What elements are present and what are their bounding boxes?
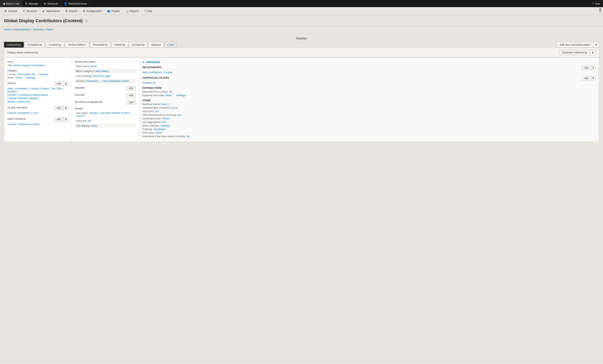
breadcrumb-views[interactable]: Views [46,28,53,31]
contextual-filters-add-dropdown[interactable]: ▼ [591,76,596,80]
format-value-link[interactable]: Unformatted list [17,73,35,76]
css-class-label: CSS class: [142,131,155,134]
field-link-0[interactable]: (field_contributors: Content) Content: T… [7,87,64,93]
nav-structure[interactable]: ☷ Structure [20,7,40,15]
nav-help[interactable]: ? Help [141,7,155,15]
footer-section-label: FOOTER [75,94,85,96]
breadcrumb: Home » Administration » Structure » View… [0,26,603,33]
edit-view-name-button[interactable]: Edit view name/description [557,42,593,48]
breadcrumb-structure[interactable]: Structure [33,28,43,31]
user-menu[interactable]: 👤 RomanticCircles [61,0,90,7]
tab-stacked[interactable]: Stacked [148,42,163,48]
field-link-1[interactable]: Content: Contributors:delta [hidden] [7,93,48,96]
sort-section-header: SORT CRITERIA Add ▼ [7,117,68,121]
add-display-button[interactable]: + Add [164,42,176,48]
use-aggregation-value[interactable]: No [163,121,166,123]
link-display-value[interactable]: None [91,124,97,127]
machine-name-value[interactable]: block_1 [161,103,170,106]
nav-extend[interactable]: ⚙ Extend [63,7,80,15]
use-pager-value[interactable]: Display a specified number of items [89,111,130,114]
admin-comment-value[interactable]: None [171,106,177,109]
breadcrumb-administration[interactable]: Administration [13,28,30,31]
duplicate-dropdown[interactable]: ▼ [590,50,596,55]
contextual-filters-add-button[interactable]: Add [581,76,591,80]
format-settings-link[interactable]: Settings [39,73,48,76]
css-class-row: CSS class: None [142,131,596,134]
block-category-value[interactable]: Lists (Views) [94,70,109,73]
access-value[interactable]: Permission [86,79,98,82]
back-to-site[interactable]: ◀ Back to site [0,0,22,7]
right-column: ▼ ADVANCED RELATIONSHIPS Add ▼ field_con… [139,57,599,142]
hide-attachments-value[interactable]: No [178,113,181,116]
admin-bar: ◀ Back to site ☰ Manage ★ Shortcuts 👤 Ro… [0,0,603,7]
breadcrumb-home[interactable]: Home [4,28,11,31]
sort-link-0[interactable]: Content: Authored on (desc) [7,123,40,126]
caching-row: Caching: Tag based [142,128,596,131]
shortcuts-menu[interactable]: ★ Shortcuts [41,0,61,7]
no-results-add-button[interactable]: Add [127,100,136,105]
manage-menu[interactable]: ☰ Manage [22,0,41,7]
breadcrumb-sep1: » [12,28,13,31]
footer-add-button[interactable]: Add [127,93,136,98]
show-settings-link[interactable]: Settings [26,76,35,79]
css-class-value[interactable]: None [156,131,162,134]
fields-add-dropdown[interactable]: ▼ [64,81,68,86]
allow-settings-value[interactable]: Items per page [93,75,111,77]
show-fields-link[interactable]: Fields [15,76,22,79]
nav-people[interactable]: 👥 People [104,7,122,15]
tab-reviewed-by[interactable]: Reviewed by [90,42,111,48]
sort-section-label: SORT CRITERIA [7,118,26,120]
hide-block-value[interactable]: No [186,135,190,138]
sort-add-dropdown[interactable]: ▼ [64,117,68,121]
nav-reports[interactable]: 📊 Reports [122,7,141,15]
tab-compiled-by[interactable]: Compiled by [25,42,45,48]
people-icon: 👥 [107,10,110,12]
header-add-button[interactable]: Add [127,86,136,90]
relationships-add-dropdown[interactable]: ▼ [591,66,596,70]
title-label: Title: [7,64,13,67]
edit-view-dropdown[interactable]: ▼ [593,42,599,48]
field-link-3[interactable]: Global: Custom text [7,100,30,103]
relationships-value-link[interactable]: field_contributors: Content [142,71,173,74]
exposed-form-style-settings-link[interactable]: Settings [176,94,186,97]
other-label: OTHER [142,99,596,102]
use-ajax-value[interactable]: No [155,110,159,113]
use-pager-row: Use pager: Display a specified number of… [75,111,136,118]
favorite-icon[interactable]: ☆ [85,19,88,23]
query-settings-value[interactable]: Settings [160,124,170,127]
field-item-1: Content: Contributors:delta [hidden] [7,93,68,96]
caching-value[interactable]: Tag based [153,128,165,131]
tour-button[interactable]: ? Tour [590,0,603,7]
field-link-2[interactable]: Content: institution [hidden] [7,97,39,100]
advanced-label[interactable]: ADVANCED [146,61,160,64]
filter-add-button[interactable]: Add [54,106,64,110]
contextual-filters-value-link[interactable]: Content: ID [142,81,155,84]
duplicate-button[interactable]: Duplicate Authored by [559,50,590,55]
tab-edited-by[interactable]: Edited by [111,42,128,48]
fields-add-button[interactable]: Add [54,81,64,86]
exposed-form-style-value[interactable]: Basic [166,94,172,97]
block-name-value[interactable]: None [91,65,97,68]
relationships-add-button[interactable]: Add [581,66,591,70]
contextual-links-value[interactable]: Shown [162,117,170,120]
nav-configuration[interactable]: ⚙ Configuration [80,7,104,15]
tab-curated-by[interactable]: Curated by [129,42,148,48]
nav-content[interactable]: 🗎 Content [1,7,20,15]
hide-block-label: Hide block if the view output is empty: [142,135,186,138]
tab-authored-by[interactable]: Authored by [4,42,24,48]
view-published-link[interactable]: View published content [103,79,129,82]
five-items-link[interactable]: 5 items [76,114,84,117]
sort-add-button[interactable]: Add [54,117,64,121]
filter-link-0[interactable]: Content: Published (= Yes) [7,111,38,114]
more-link-value[interactable]: No [88,119,91,122]
tab-section-editors[interactable]: Section Editors: [65,42,89,48]
tab-created-by[interactable]: Created by [46,42,64,48]
star-icon: ★ [44,2,46,5]
nav-reports-label: Reports [130,10,139,12]
nav-appearance[interactable]: 🖌 Appearance [39,7,63,15]
contextual-links-label: Contextual links: [142,117,161,120]
title-value-link[interactable]: Global Display Contributors [13,64,45,67]
exposed-form-in-block-value[interactable]: No [169,90,173,93]
filter-add-dropdown[interactable]: ▼ [64,106,68,110]
field-item-2: Content: institution [hidden] [7,97,68,100]
